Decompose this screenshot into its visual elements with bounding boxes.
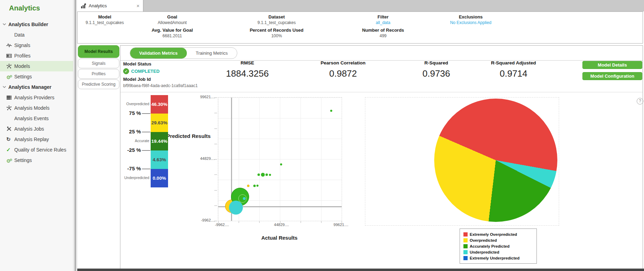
- sidebar-item-settings[interactable]: ⚙⚙Settings: [0, 155, 73, 165]
- x-minor-tick: [321, 221, 321, 223]
- scatter-point: [261, 173, 265, 177]
- panel-side-nav: Model ResultsSignalsProfilesPredictive S…: [78, 45, 120, 94]
- scatter-point: [229, 201, 243, 215]
- close-icon[interactable]: ×: [136, 3, 140, 9]
- panel-nav-signals[interactable]: Signals: [78, 59, 119, 68]
- panel-nav-predictive-scoring[interactable]: Predictive Scoring: [78, 79, 119, 89]
- scatter-point: [330, 110, 332, 112]
- sidebar-item-signals[interactable]: Signals: [0, 40, 73, 51]
- sidebar-item-settings[interactable]: ⚙⚙Settings: [0, 71, 73, 82]
- model-summary-panel: Model9.1.1_test_cupcakesGoalAllowedAmoun…: [77, 11, 643, 44]
- chevron-down-icon: [2, 84, 6, 90]
- sidebar-item-data[interactable]: Data: [0, 30, 73, 40]
- splitter-handle[interactable]: [74, 0, 76, 271]
- tab-bar: Analytics ×: [77, 0, 644, 11]
- x-minor-tick: [259, 221, 260, 223]
- tab-analytics[interactable]: Analytics ×: [77, 0, 143, 11]
- check-icon: ✓: [6, 147, 14, 153]
- legend-item-accurately-predicted: Accurately Predicted: [463, 243, 533, 249]
- sidebar-item-analysis-jobs[interactable]: Analysis Jobs: [0, 124, 73, 134]
- legend-item-overpredicted: Overpredicted: [463, 237, 533, 243]
- waveform-icon: [6, 42, 14, 48]
- gears-icon: ⚙⚙: [6, 74, 14, 79]
- legend-swatch: [463, 256, 468, 260]
- analytics-app: Analytics Analytics BuilderDataSignalsPr…: [0, 0, 644, 271]
- x-minor-tick: [239, 221, 239, 223]
- models-icon: [6, 105, 14, 111]
- field-label: Exclusions: [419, 14, 523, 20]
- panel-nav-profiles[interactable]: Profiles: [78, 69, 119, 79]
- pie-legend: Extremely OverpredictedOverpredictedAccu…: [460, 229, 537, 264]
- scatter-point: [257, 173, 260, 176]
- sidebar-item-analysis-models[interactable]: Analysis Models: [0, 103, 73, 113]
- sidebar-item-analysis-providers[interactable]: Analysis Providers: [0, 92, 73, 103]
- legend-swatch: [463, 244, 468, 248]
- sidebar-section-analytics-manager[interactable]: Analytics Manager: [0, 82, 73, 92]
- pie-chart-container: [365, 97, 559, 226]
- tools-icon: [6, 126, 14, 132]
- scatter-point: [243, 197, 246, 200]
- summary-field-goal: GoalAllowedAmount: [120, 14, 224, 26]
- gears-icon: ⚙⚙: [6, 157, 14, 163]
- sidebar-item-label: Models: [14, 63, 30, 69]
- pie-chart: [434, 99, 557, 222]
- section-label: Analytics Builder: [8, 22, 48, 27]
- legend-item-extremely-overpredicted: Extremely Overpredicted: [463, 231, 533, 237]
- sidebar-item-label: Analysis Providers: [14, 95, 54, 100]
- sidebar-item-label: Data: [14, 32, 25, 38]
- sidebar-item-analysis-events[interactable]: Analysis Events: [0, 113, 73, 124]
- scatter-point: [265, 173, 268, 176]
- chevron-down-icon: [2, 22, 6, 27]
- summary-field-avg-value-for-goal: Avg. Value for Goal6681.2011: [120, 27, 224, 39]
- sidebar-item-label: Analysis Models: [14, 105, 49, 111]
- scatter-point: [256, 185, 259, 187]
- help-icon[interactable]: ?: [637, 98, 643, 104]
- y-minor-tick: [214, 175, 217, 175]
- legend-swatch: [463, 250, 468, 254]
- y-minor-tick: [214, 190, 217, 191]
- field-value: 100%: [224, 33, 329, 39]
- y-minor-tick: [214, 144, 217, 144]
- sidebar: Analytics Analytics BuilderDataSignalsPr…: [0, 0, 73, 271]
- sidebar-sections: Analytics BuilderDataSignalsProfilesMode…: [0, 19, 73, 165]
- legend-label: Accurately Predicted: [470, 244, 509, 248]
- sidebar-item-label: Analysis Jobs: [14, 126, 44, 132]
- sidebar-item-label: Settings: [14, 74, 32, 79]
- none-icon: [6, 116, 14, 121]
- x-minor-tick: [301, 221, 301, 223]
- summary-field-percent-of-records-used: Percent of Records Used100%: [224, 27, 329, 39]
- app-title: Analytics: [9, 4, 73, 12]
- sidebar-item-label: Quality of Service Rules: [14, 147, 66, 153]
- replay-icon: ↻: [6, 137, 14, 142]
- legend-label: Overpredicted: [470, 238, 497, 242]
- none-icon: [6, 32, 14, 38]
- models-icon: [6, 63, 14, 69]
- field-value[interactable]: No Exclusions Applied: [419, 20, 523, 26]
- sidebar-item-analysis-replay[interactable]: ↻Analysis Replay: [0, 134, 73, 145]
- summary-field-number-of-records: Number of Records499: [331, 27, 435, 39]
- sidebar-item-quality-of-service-rules[interactable]: ✓Quality of Service Rules: [0, 145, 73, 155]
- sidebar-item-label: Settings: [14, 157, 32, 163]
- sidebar-item-models[interactable]: Models: [0, 61, 73, 71]
- profiles-icon: [6, 53, 14, 59]
- scatter-point: [253, 185, 256, 187]
- scatter-point: [280, 163, 282, 165]
- field-label: Percent of Records Used: [224, 27, 329, 33]
- x-axis-title: Actual Results: [252, 235, 307, 241]
- tab-label: Analytics: [89, 3, 107, 8]
- y-tick-label: -9962....: [189, 218, 215, 222]
- sidebar-item-profiles[interactable]: Profiles: [0, 51, 73, 61]
- y-tick-label: 44829....: [189, 156, 215, 161]
- field-label: Avg. Value for Goal: [120, 27, 224, 33]
- summary-field-exclusions: ExclusionsNo Exclusions Applied: [419, 14, 523, 26]
- field-label: Goal: [120, 14, 224, 20]
- panel-nav-model-results[interactable]: Model Results: [78, 45, 119, 58]
- x-tick-label: -9962....: [208, 223, 236, 227]
- sidebar-item-label: Analysis Events: [14, 116, 49, 121]
- summary-field-dataset: Dataset9.1.1_test_cupcakes: [224, 14, 329, 26]
- y-tick-label: 99621....: [189, 95, 215, 99]
- server-icon: [6, 95, 14, 100]
- field-value: AllowedAmount: [120, 20, 224, 26]
- x-tick-label: 44829....: [268, 223, 295, 227]
- scatter-point: [247, 185, 249, 187]
